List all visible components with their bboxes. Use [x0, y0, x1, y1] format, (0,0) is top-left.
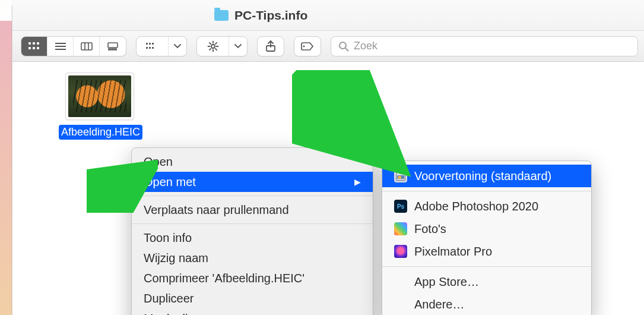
search-field[interactable]: Zoek [331, 36, 638, 56]
submenu-item-photoshop[interactable]: Ps Adobe Photoshop 2020 [382, 195, 591, 218]
submenu-item-appstore[interactable]: App Store… [382, 270, 591, 293]
svg-line-26 [345, 48, 348, 51]
menu-separator [382, 266, 591, 267]
window-title: PC-Tips.info [234, 8, 307, 23]
menu-item-label: Maak alias aan [144, 312, 224, 316]
action-segment [196, 36, 248, 56]
menu-item-open[interactable]: Open [132, 152, 373, 172]
menu-item-label: Dupliceer [144, 292, 193, 305]
svg-rect-16 [146, 43, 148, 45]
svg-rect-13 [109, 49, 110, 50]
tags-button[interactable] [294, 37, 321, 56]
chevron-down-icon [235, 45, 241, 48]
action-gear-button[interactable] [197, 37, 229, 56]
view-icons-button[interactable] [21, 37, 47, 56]
folder-icon [214, 10, 229, 21]
share-segment [257, 36, 284, 56]
submenu-arrow-icon: ▶ [354, 177, 361, 187]
submenu-item-preview[interactable]: Voorvertoning (standaard) [382, 165, 591, 187]
group-by-chevron[interactable] [169, 37, 186, 56]
svg-rect-21 [152, 47, 154, 49]
menu-item-info[interactable]: Toon info [132, 228, 373, 248]
photos-app-icon [394, 222, 407, 235]
menu-separator [382, 191, 591, 191]
svg-rect-12 [108, 43, 118, 48]
submenu-item-label: Adobe Photoshop 2020 [414, 200, 538, 213]
submenu-item-photos[interactable]: Foto's [382, 218, 591, 240]
view-mode-segment [21, 36, 126, 56]
context-menu: Open Open met ▶ Verplaats naar prullenma… [131, 147, 373, 315]
share-button[interactable] [258, 37, 284, 56]
submenu-item-label: App Store… [414, 275, 479, 289]
svg-rect-3 [28, 47, 31, 49]
view-columns-button[interactable] [74, 37, 100, 56]
submenu-item-label: Voorvertoning (standaard) [414, 169, 551, 183]
svg-rect-2 [37, 42, 39, 45]
submenu-item-other[interactable]: Andere… [382, 293, 591, 315]
group-segment [136, 36, 187, 56]
finder-toolbar: Zoek [12, 31, 644, 62]
open-with-submenu: Voorvertoning (standaard) Ps Adobe Photo… [382, 160, 592, 315]
submenu-item-label: Andere… [414, 298, 465, 311]
svg-rect-1 [33, 42, 35, 45]
svg-rect-4 [33, 47, 35, 49]
submenu-item-pixelmator[interactable]: Pixelmator Pro [382, 240, 591, 263]
pixelmator-app-icon [394, 245, 407, 258]
svg-rect-17 [149, 43, 151, 45]
submenu-item-label: Pixelmator Pro [414, 245, 492, 259]
menu-separator [132, 223, 373, 224]
svg-rect-5 [37, 47, 39, 49]
svg-rect-20 [149, 47, 151, 49]
menu-item-label: Comprimeer 'Afbeelding.HEIC' [144, 272, 304, 285]
menu-separator [132, 196, 373, 196]
menu-item-label: Wijzig naam [144, 251, 208, 265]
view-list-button[interactable] [47, 37, 74, 56]
search-icon [338, 41, 349, 52]
menu-item-label: Open met [144, 175, 196, 189]
view-gallery-button[interactable] [100, 37, 126, 56]
preview-app-icon [394, 169, 407, 182]
menu-item-rename[interactable]: Wijzig naam [132, 248, 373, 268]
menu-item-label: Toon info [144, 231, 192, 245]
search-placeholder: Zoek [354, 40, 377, 52]
submenu-item-label: Foto's [414, 222, 446, 236]
tiger-image-icon [68, 75, 131, 117]
svg-point-22 [211, 45, 215, 48]
tags-segment [294, 36, 321, 56]
action-gear-chevron[interactable] [229, 37, 247, 56]
svg-point-24 [303, 45, 305, 47]
svg-rect-14 [112, 49, 113, 50]
chevron-down-icon [175, 45, 180, 48]
photoshop-app-icon: Ps [394, 200, 407, 213]
menu-item-duplicate[interactable]: Dupliceer [132, 288, 373, 308]
svg-rect-0 [28, 42, 31, 45]
menu-item-open-with[interactable]: Open met ▶ [132, 172, 373, 192]
menu-item-trash[interactable]: Verplaats naar prullenmand [132, 200, 373, 220]
menu-item-label: Verplaats naar prullenmand [144, 203, 289, 217]
menu-item-label: Open [144, 155, 173, 169]
menu-item-alias[interactable]: Maak alias aan [132, 308, 373, 315]
window-titlebar[interactable]: PC-Tips.info [12, 0, 644, 31]
svg-rect-19 [146, 47, 148, 49]
group-by-button[interactable] [137, 37, 169, 56]
file-thumbnail [65, 73, 134, 120]
svg-rect-18 [152, 43, 154, 45]
file-name-label[interactable]: Afbeelding.HEIC [59, 125, 142, 140]
svg-rect-9 [81, 43, 92, 50]
menu-item-compress[interactable]: Comprimeer 'Afbeelding.HEIC' [132, 268, 373, 288]
svg-rect-15 [115, 49, 116, 50]
file-item[interactable]: Afbeelding.HEIC [59, 73, 141, 140]
